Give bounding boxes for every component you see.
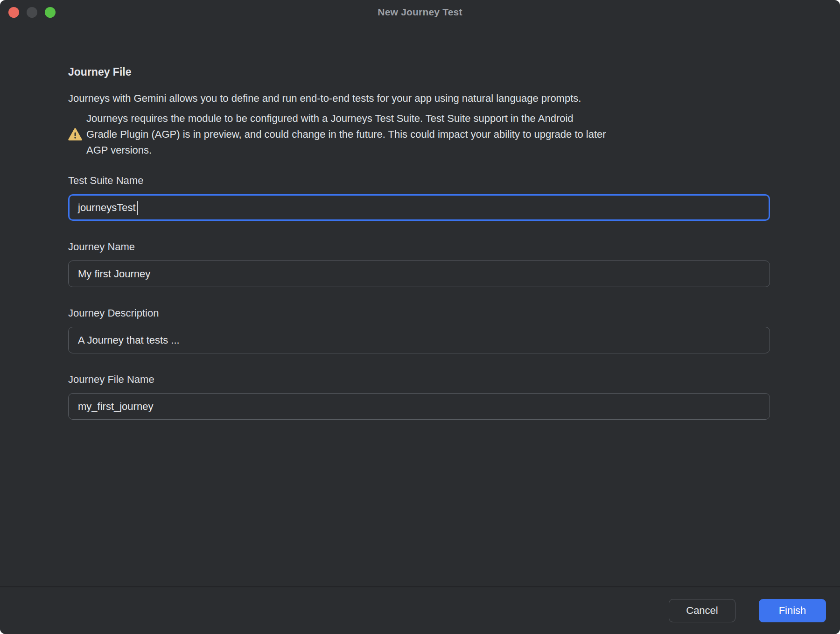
intro-text: Journeys with Gemini allows you to defin… — [68, 92, 770, 105]
text-caret — [137, 201, 138, 215]
dialog-footer: Cancel Finish — [0, 586, 840, 634]
journey-file-name-value: my_first_journey — [78, 401, 153, 413]
cancel-button[interactable]: Cancel — [669, 599, 735, 622]
finish-button[interactable]: Finish — [759, 599, 826, 622]
close-icon[interactable] — [8, 7, 19, 18]
journey-file-name-label: Journey File Name — [68, 373, 770, 386]
minimize-icon — [27, 7, 37, 18]
window-title: New Journey Test — [0, 7, 840, 18]
test-suite-name-label: Test Suite Name — [68, 174, 770, 187]
warning-line: Gradle Plugin (AGP) is in preview, and c… — [86, 127, 606, 142]
journey-name-value: My first Journey — [78, 268, 150, 280]
page-title: Journey File — [68, 65, 770, 78]
journey-description-input[interactable]: A Journey that tests ... — [68, 327, 770, 353]
journey-description-label: Journey Description — [68, 307, 770, 319]
warning-line: Journeys requires the module to be confi… — [86, 111, 606, 127]
warning-triangle-icon — [68, 128, 82, 141]
dialog-content: Journey File Journeys with Gemini allows… — [0, 65, 840, 420]
test-suite-name-input[interactable]: journeysTest — [68, 194, 770, 221]
titlebar: New Journey Test — [0, 0, 840, 24]
window-controls — [8, 0, 56, 24]
journey-file-name-input[interactable]: my_first_journey — [68, 393, 770, 420]
agp-preview-warning: Journeys requires the module to be confi… — [68, 111, 770, 158]
test-suite-name-value: journeysTest — [78, 202, 136, 214]
journey-name-input[interactable]: My first Journey — [68, 261, 770, 287]
warning-line: AGP versions. — [86, 142, 606, 158]
journey-description-value: A Journey that tests ... — [78, 334, 180, 346]
zoom-icon[interactable] — [45, 7, 56, 18]
new-journey-test-dialog: New Journey Test Journey File Journeys w… — [0, 0, 840, 634]
warning-text: Journeys requires the module to be confi… — [86, 111, 606, 158]
journey-name-label: Journey Name — [68, 240, 770, 253]
